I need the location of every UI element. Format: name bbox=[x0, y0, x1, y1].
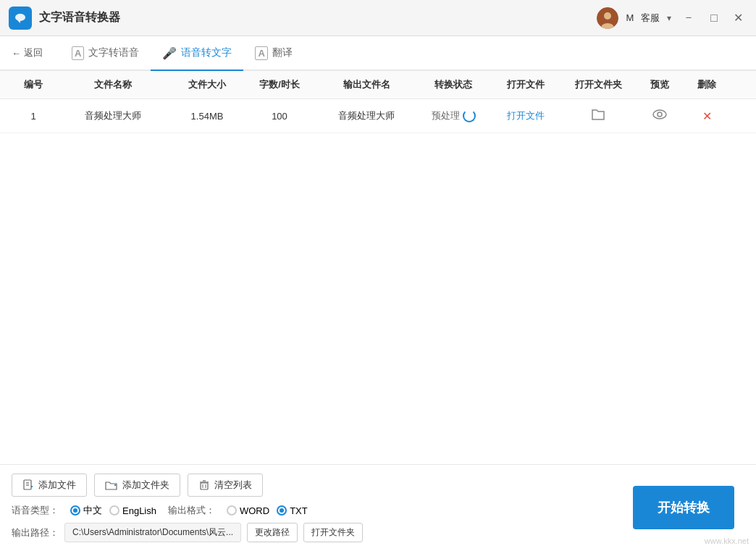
col-header-filesize: 文件大小 bbox=[171, 78, 243, 91]
speech-type-label: 语音类型： bbox=[12, 504, 59, 517]
app-title: 文字语音转换器 bbox=[39, 10, 597, 25]
col-header-open-file: 打开文件 bbox=[490, 78, 562, 91]
col-header-duration: 字数/时长 bbox=[243, 78, 316, 91]
col-header-filename: 文件名称 bbox=[55, 78, 171, 91]
restore-button[interactable]: □ bbox=[706, 9, 722, 28]
cell-preview[interactable] bbox=[634, 108, 685, 124]
radio-english[interactable]: EngLish bbox=[109, 505, 156, 516]
add-folder-icon bbox=[105, 480, 118, 491]
add-file-icon bbox=[22, 479, 34, 491]
col-header-delete: 删除 bbox=[685, 78, 728, 91]
speech-to-text-icon: 🎤 bbox=[162, 46, 177, 60]
cell-duration: 100 bbox=[243, 108, 316, 124]
service-button[interactable]: 客服 bbox=[641, 12, 660, 25]
app-logo bbox=[9, 7, 32, 30]
translate-icon: A bbox=[255, 46, 267, 60]
nav-bar: ← 返回 A 文字转语音 🎤 语音转文字 A 翻译 bbox=[0, 36, 756, 71]
text-to-speech-icon: A bbox=[72, 46, 84, 60]
back-button[interactable]: ← 返回 bbox=[12, 46, 43, 59]
clear-list-label: 清空列表 bbox=[214, 479, 252, 492]
svg-point-7 bbox=[658, 112, 662, 117]
tab-text-to-speech[interactable]: A 文字转语音 bbox=[60, 36, 151, 71]
col-header-output: 输出文件名 bbox=[316, 78, 417, 91]
add-file-button[interactable]: 添加文件 bbox=[12, 474, 87, 497]
cell-id: 1 bbox=[12, 108, 55, 124]
add-file-label: 添加文件 bbox=[38, 479, 76, 492]
output-format-label: 输出格式： bbox=[168, 504, 215, 517]
radio-txt-label: TXT bbox=[290, 505, 308, 516]
radio-chinese[interactable]: 中文 bbox=[70, 504, 102, 517]
cell-output-filename: 音频处理大师 bbox=[316, 108, 417, 124]
col-header-status: 转换状态 bbox=[417, 78, 490, 91]
close-button[interactable]: ✕ bbox=[729, 8, 747, 28]
status-text: 预处理 bbox=[432, 109, 460, 122]
svg-rect-15 bbox=[201, 483, 208, 489]
open-folder-button[interactable]: 打开文件夹 bbox=[303, 523, 363, 542]
change-path-button[interactable]: 更改路径 bbox=[247, 523, 298, 542]
tab-translate-label: 翻译 bbox=[272, 46, 293, 59]
radio-txt[interactable]: TXT bbox=[277, 505, 308, 516]
svg-point-6 bbox=[653, 110, 666, 119]
title-controls: M 客服 ▾ － □ ✕ bbox=[597, 7, 747, 29]
folder-icon[interactable] bbox=[591, 108, 605, 124]
back-arrow-icon: ← bbox=[12, 48, 21, 59]
col-header-preview: 预览 bbox=[634, 78, 685, 91]
svg-point-1 bbox=[15, 14, 25, 21]
minimize-button[interactable]: － bbox=[679, 7, 699, 28]
user-avatar bbox=[597, 7, 618, 29]
signal-icon: ▾ bbox=[667, 13, 671, 23]
tab-translate[interactable]: A 翻译 bbox=[243, 36, 303, 71]
output-path-label: 输出路径： bbox=[12, 526, 59, 539]
cell-status: 预处理 bbox=[417, 108, 490, 124]
radio-chinese-dot[interactable] bbox=[70, 505, 80, 516]
table-header: 编号 文件名称 文件大小 字数/时长 输出文件名 转换状态 打开文件 打开文件夹… bbox=[0, 71, 756, 99]
radio-word-dot[interactable] bbox=[227, 505, 237, 516]
main-area: 编号 文件名称 文件大小 字数/时长 输出文件名 转换状态 打开文件 打开文件夹… bbox=[0, 71, 756, 551]
radio-english-dot[interactable] bbox=[109, 505, 119, 516]
cell-open-folder[interactable] bbox=[562, 108, 634, 124]
speech-type-options: 中文 EngLish bbox=[70, 504, 156, 517]
back-label: 返回 bbox=[24, 46, 43, 59]
cell-open-file[interactable]: 打开文件 bbox=[490, 108, 562, 124]
output-path-value: C:\Users\Administrator\Documents\风云... bbox=[64, 523, 241, 542]
cell-filename: 音频处理大师 bbox=[55, 108, 171, 124]
tab-speech-to-text[interactable]: 🎤 语音转文字 bbox=[151, 36, 243, 71]
add-folder-label: 添加文件夹 bbox=[122, 479, 169, 492]
col-header-id: 编号 bbox=[12, 78, 55, 91]
table-row: 1 音频处理大师 1.54MB 100 音频处理大师 预处理 打开文件 bbox=[0, 99, 756, 133]
radio-word-label: WORD bbox=[240, 505, 269, 516]
tab-text-to-speech-label: 文字转语音 bbox=[88, 46, 139, 59]
user-label: M bbox=[626, 12, 634, 23]
clear-icon bbox=[198, 479, 210, 491]
format-options: WORD TXT bbox=[227, 505, 308, 516]
radio-word[interactable]: WORD bbox=[227, 505, 269, 516]
radio-chinese-label: 中文 bbox=[83, 504, 102, 517]
content-area: 编号 文件名称 文件大小 字数/时长 输出文件名 转换状态 打开文件 打开文件夹… bbox=[0, 71, 756, 464]
cell-filesize: 1.54MB bbox=[171, 108, 243, 124]
clear-list-button[interactable]: 清空列表 bbox=[188, 474, 263, 497]
radio-english-label: EngLish bbox=[122, 505, 156, 516]
title-bar: 文字语音转换器 M 客服 ▾ － □ ✕ bbox=[0, 0, 756, 36]
open-file-link[interactable]: 打开文件 bbox=[507, 109, 545, 122]
tab-speech-to-text-label: 语音转文字 bbox=[181, 46, 232, 59]
preview-eye-icon[interactable] bbox=[652, 109, 667, 122]
svg-point-4 bbox=[604, 12, 611, 20]
cell-delete[interactable]: ✕ bbox=[685, 108, 728, 124]
col-header-open-folder: 打开文件夹 bbox=[562, 78, 634, 91]
delete-icon[interactable]: ✕ bbox=[702, 109, 712, 123]
add-folder-button[interactable]: 添加文件夹 bbox=[94, 474, 180, 497]
watermark: www.kkx.net bbox=[705, 537, 749, 545]
loading-spinner bbox=[463, 109, 476, 122]
start-convert-button[interactable]: 开始转换 bbox=[633, 486, 734, 529]
radio-txt-dot[interactable] bbox=[277, 505, 287, 516]
